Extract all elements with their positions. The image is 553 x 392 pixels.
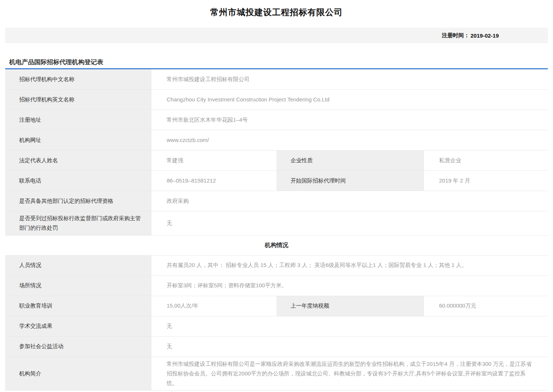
table-row: 招标代理机构英文名称Changzhou City Investment Cons…	[5, 90, 548, 110]
table-row: 职业教育培训15.00人次/年上一年度纳税额60.000000万元	[5, 296, 548, 316]
table-row: 参加社会公益活动无	[5, 337, 548, 357]
row-value: 无	[152, 337, 548, 357]
row-label: 是否受到过招标投标行政监督部门或政府采购主管部门的行政处罚	[5, 211, 152, 235]
table-row: 人员情况共有雇员20 人，其中： 招标专业人员 15 人；工程师 3 人； 英语…	[5, 256, 548, 276]
row-value: 私营企业	[425, 150, 548, 170]
row-label: 法定代表人姓名	[5, 150, 152, 170]
table-row: 注册地址常州市新北区水木年华花园1–4号	[5, 110, 548, 130]
section-row-title: 机构情况	[265, 242, 288, 249]
row-value: 86–0519–81581212	[152, 171, 276, 191]
row-value: 常州市城投建设工程招标有限公司是一家顺应政府采购改革潮流应运而生的新型的专业性招…	[152, 357, 548, 391]
row-label: 是否具备其他部门认定的招标代理资格	[5, 191, 152, 211]
row-label: 机构简介	[5, 357, 152, 391]
registration-table: 招标代理机构中文名称常州市城投建设工程招标有限公司招标代理机构英文名称Chang…	[5, 68, 548, 391]
register-time-bar: 注册时间： 2019-02-19	[5, 28, 548, 43]
table-row: 场所情况开标室3间；评标室5间；资料存储室100平方米。	[5, 276, 548, 296]
row-label: 职业教育培训	[5, 296, 152, 316]
register-time-value: 2019-02-19	[470, 32, 499, 39]
row-value: 常州市城投建设工程招标有限公司	[152, 69, 548, 89]
row-label: 机构网址	[5, 130, 152, 150]
table-row: 联系电话86–0519–81581212开始国际招标代理时间2019 年 2 月	[5, 171, 548, 191]
row-value: Changzhou City Investment Construction P…	[152, 90, 548, 110]
row-label: 人员情况	[5, 256, 152, 275]
table-row: 招标代理机构中文名称常州市城投建设工程招标有限公司	[5, 69, 548, 90]
row-label: 注册地址	[5, 110, 152, 130]
row-label: 学术交流成果	[5, 316, 152, 336]
row-value: 政府采购	[152, 191, 548, 211]
section-title: 机电产品国际招标代理机构登记表	[9, 58, 553, 66]
table-section-row: 机构情况	[5, 236, 548, 256]
row-label: 开始国际招标代理时间	[276, 171, 425, 191]
row-value: 无	[152, 316, 548, 336]
table-row: 机构网址www.czctzb.com/	[5, 130, 548, 150]
row-label: 企业性质	[276, 150, 425, 170]
row-value: 常州市新北区水木年华花园1–4号	[152, 110, 548, 130]
page: 常州市城投建设工程招标有限公司 注册时间： 2019-02-19 机电产品国际招…	[0, 0, 553, 392]
row-label: 上一年度纳税额	[276, 296, 425, 316]
table-row: 是否具备其他部门认定的招标代理资格政府采购	[5, 191, 548, 211]
register-time-label: 注册时间：	[442, 32, 469, 39]
row-value: 60.000000万元	[425, 296, 548, 316]
row-value: 共有雇员20 人，其中： 招标专业人员 15 人；工程师 3 人； 英语6级及同…	[152, 256, 548, 275]
row-value: 15.00人次/年	[152, 296, 276, 316]
row-label: 参加社会公益活动	[5, 337, 152, 357]
row-label: 场所情况	[5, 276, 152, 296]
row-label: 招标代理机构英文名称	[5, 90, 152, 110]
row-value: 常建强	[152, 150, 276, 170]
table-row: 机构简介常州市城投建设工程招标有限公司是一家顺应政府采购改革潮流应运而生的新型的…	[5, 357, 548, 391]
row-value: 2019 年 2 月	[425, 171, 548, 191]
table-row: 是否受到过招标投标行政监督部门或政府采购主管部门的行政处罚无	[5, 211, 548, 236]
table-row: 学术交流成果无	[5, 316, 548, 337]
page-title: 常州市城投建设工程招标有限公司	[0, 7, 553, 18]
row-value: www.czctzb.com/	[152, 130, 548, 150]
row-label: 联系电话	[5, 171, 152, 191]
row-value: 开标室3间；评标室5间；资料存储室100平方米。	[152, 276, 548, 296]
row-label: 招标代理机构中文名称	[5, 69, 152, 89]
row-value: 无	[152, 211, 548, 235]
table-row: 法定代表人姓名常建强企业性质私营企业	[5, 150, 548, 171]
